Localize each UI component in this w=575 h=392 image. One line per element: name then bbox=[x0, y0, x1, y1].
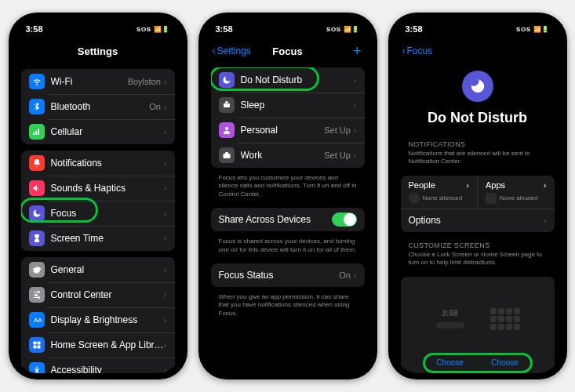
options-row[interactable]: Options › bbox=[401, 209, 555, 232]
homescreen-preview[interactable]: Choose bbox=[482, 283, 529, 367]
mode-row[interactable]: Sleep› bbox=[211, 93, 365, 118]
chevron-right-icon: › bbox=[466, 180, 469, 190]
gen-row[interactable]: Home Screen & App Library› bbox=[21, 332, 175, 358]
row-label: Home Screen & App Library bbox=[51, 339, 164, 350]
person-icon bbox=[219, 122, 235, 138]
row-label: Bluetooth bbox=[51, 101, 150, 112]
chevron-right-icon: › bbox=[164, 290, 167, 299]
share-toggle[interactable] bbox=[332, 212, 357, 227]
mode-row[interactable]: WorkSet Up› bbox=[211, 143, 365, 168]
screen-focus: 3:58 SOS📶🔋 ‹ Settings Focus + Do Not Dis… bbox=[205, 19, 371, 373]
apps-cell[interactable]: Apps› None allowed bbox=[477, 176, 555, 209]
notif-header: NOTIFICATIONS bbox=[401, 136, 555, 150]
settings-content[interactable]: Wi-FiBoylston›BluetoothOn›Cellular› Noti… bbox=[15, 63, 181, 373]
navbar-settings: Settings bbox=[15, 39, 181, 63]
chevron-right-icon: › bbox=[354, 270, 357, 280]
row-label: Screen Time bbox=[51, 233, 164, 244]
gen-row[interactable]: Control Center› bbox=[21, 282, 175, 307]
sleep-icon bbox=[219, 97, 235, 113]
chevron-right-icon: › bbox=[164, 315, 167, 325]
cell-icon bbox=[29, 124, 45, 140]
row-label: Work bbox=[241, 150, 325, 161]
row-label: Control Center bbox=[51, 289, 164, 300]
net-row[interactable]: Cellular› bbox=[21, 119, 175, 144]
row-value: Boylston bbox=[128, 77, 161, 86]
focus-content[interactable]: Do Not Disturb›Sleep›PersonalSet Up›Work… bbox=[205, 63, 371, 373]
chevron-right-icon: › bbox=[354, 151, 357, 160]
row-label: Notifications bbox=[51, 158, 164, 169]
group-previews: 3:68 Choose Choose bbox=[401, 277, 555, 373]
not-row[interactable]: Sounds & Haptics› bbox=[21, 176, 175, 201]
page-title: Focus bbox=[272, 45, 302, 57]
svg-rect-4 bbox=[37, 346, 40, 349]
mode-row[interactable]: PersonalSet Up› bbox=[211, 118, 365, 143]
svg-rect-9 bbox=[224, 103, 230, 107]
chevron-right-icon: › bbox=[164, 209, 167, 218]
row-label: Sounds & Haptics bbox=[51, 183, 164, 194]
lockscreen-preview[interactable]: 3:68 Choose bbox=[427, 283, 474, 367]
row-value: Set Up bbox=[324, 125, 351, 135]
acc-icon bbox=[29, 362, 45, 373]
moon-icon bbox=[219, 72, 235, 88]
notif-sub: Notifications that are silenced will be … bbox=[401, 150, 555, 171]
net-row[interactable]: Wi-FiBoylston› bbox=[21, 69, 175, 94]
hour-icon bbox=[29, 230, 45, 246]
group-notifications: Notifications›Sounds & Haptics›Focus›Scr… bbox=[21, 151, 175, 251]
chevron-right-icon: › bbox=[164, 102, 167, 111]
gen-row[interactable]: Accessibility› bbox=[21, 358, 175, 373]
bt-icon bbox=[29, 99, 45, 114]
svg-text:AA: AA bbox=[34, 317, 42, 324]
sound-icon bbox=[29, 180, 45, 196]
row-value: On bbox=[149, 102, 161, 111]
choose-button[interactable]: Choose bbox=[491, 358, 518, 367]
not-row[interactable]: Notifications› bbox=[21, 151, 175, 176]
mode-row[interactable]: Do Not Disturb› bbox=[211, 67, 365, 93]
not-row[interactable]: Focus› bbox=[21, 201, 175, 226]
dnd-content[interactable]: Do Not Disturb NOTIFICATIONS Notificatio… bbox=[395, 55, 561, 373]
chevron-right-icon: › bbox=[354, 75, 357, 85]
svg-point-10 bbox=[225, 127, 228, 130]
app-placeholder bbox=[486, 193, 497, 204]
status-footer: When you give an app permission, it can … bbox=[211, 292, 365, 322]
group-share: Share Across Devices bbox=[211, 208, 365, 231]
group-modes: Do Not Disturb›Sleep›PersonalSet Up›Work… bbox=[211, 67, 365, 168]
disp-icon: AA bbox=[29, 312, 45, 328]
chevron-right-icon: › bbox=[544, 180, 547, 190]
people-cell[interactable]: People› None silenced bbox=[401, 176, 478, 209]
row-label: Focus bbox=[51, 208, 164, 219]
moon-icon bbox=[462, 71, 493, 102]
add-button[interactable]: + bbox=[353, 43, 362, 60]
net-row[interactable]: BluetoothOn› bbox=[21, 94, 175, 119]
row-label: Wi-Fi bbox=[51, 76, 128, 87]
chevron-right-icon: › bbox=[164, 265, 167, 274]
gen-row[interactable]: AADisplay & Brightness› bbox=[21, 307, 175, 332]
share-row[interactable]: Share Across Devices bbox=[211, 208, 365, 231]
dnd-hero: Do Not Disturb bbox=[401, 55, 555, 136]
group-status: Focus Status On › bbox=[211, 263, 365, 287]
back-button[interactable]: ‹ Settings bbox=[213, 45, 251, 56]
status-row[interactable]: Focus Status On › bbox=[211, 263, 365, 287]
gen-row[interactable]: General› bbox=[21, 257, 175, 282]
work-icon bbox=[219, 147, 235, 163]
not-row[interactable]: Screen Time› bbox=[21, 226, 175, 251]
status-time: 3:58 bbox=[406, 24, 423, 34]
bell-icon bbox=[29, 155, 45, 171]
share-footer: Focus is shared across your devices, and… bbox=[211, 236, 365, 259]
chevron-right-icon: › bbox=[164, 127, 167, 136]
chevron-right-icon: › bbox=[354, 125, 357, 135]
chevron-right-icon: › bbox=[164, 158, 167, 168]
row-label: Sleep bbox=[241, 100, 354, 111]
notch bbox=[249, 13, 327, 28]
svg-rect-1 bbox=[33, 342, 36, 345]
chevron-right-icon: › bbox=[164, 234, 167, 243]
row-value: Set Up bbox=[324, 151, 351, 160]
group-network: Wi-FiBoylston›BluetoothOn›Cellular› bbox=[21, 69, 175, 144]
notch bbox=[439, 13, 517, 28]
choose-button[interactable]: Choose bbox=[436, 358, 463, 367]
svg-rect-11 bbox=[223, 154, 230, 158]
chevron-right-icon: › bbox=[164, 365, 167, 373]
row-label: Do Not Disturb bbox=[241, 74, 354, 85]
chevron-right-icon: › bbox=[354, 100, 357, 110]
cc-icon bbox=[29, 287, 45, 303]
phone-settings: 3:58 SOS📶🔋 Settings Wi-FiBoylston›Blueto… bbox=[9, 13, 187, 379]
